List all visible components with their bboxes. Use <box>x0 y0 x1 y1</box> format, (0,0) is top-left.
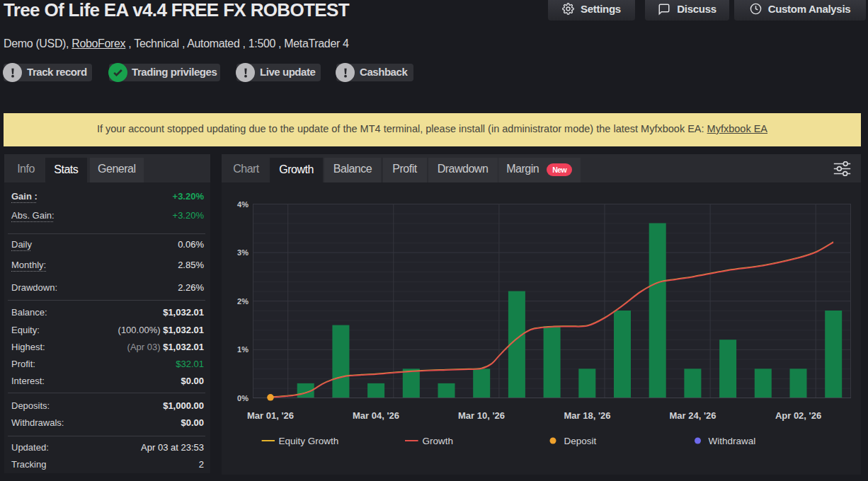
svg-text:Mar 04, '26: Mar 04, '26 <box>353 410 399 421</box>
svg-text:1%: 1% <box>237 345 249 354</box>
svg-text:0%: 0% <box>237 394 249 402</box>
svg-text:Mar 10, '26: Mar 10, '26 <box>458 410 505 421</box>
svg-text:2%: 2% <box>237 297 249 306</box>
svg-text:Deposit: Deposit <box>564 436 597 446</box>
svg-text:Equity Growth: Equity Growth <box>279 436 339 446</box>
svg-text:Apr 02, '26: Apr 02, '26 <box>775 410 821 421</box>
svg-text:4%: 4% <box>237 200 249 209</box>
svg-text:Mar 18, '26: Mar 18, '26 <box>564 410 611 421</box>
svg-text:Mar 24, '26: Mar 24, '26 <box>670 410 716 421</box>
svg-text:Withdrawal: Withdrawal <box>709 436 756 446</box>
svg-text:Growth: Growth <box>423 436 454 446</box>
svg-text:3%: 3% <box>237 248 249 257</box>
svg-text:Mar 01, '26: Mar 01, '26 <box>247 410 294 421</box>
